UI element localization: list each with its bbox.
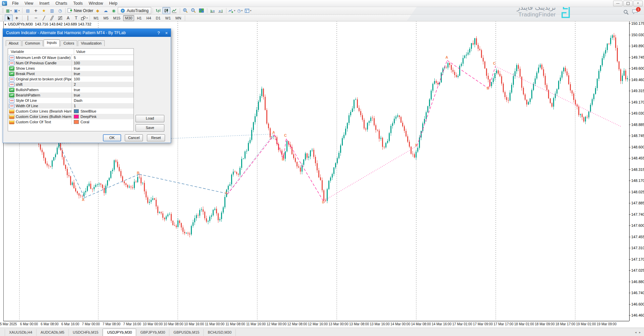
tab-scroll-right-icon[interactable]: ▸ [639,331,641,334]
fibonacci-icon[interactable] [56,14,64,21]
autotrading-button[interactable]: AutoTrading [118,7,151,14]
trendline-icon[interactable]: ╱ [40,14,48,21]
tab-inputs[interactable]: Inputs [44,40,60,47]
input-row[interactable]: Custom Color Of TextCoral [8,119,133,125]
dialog-help-button[interactable]: ? [157,30,160,36]
text-icon[interactable]: A [64,14,72,21]
restore-button[interactable] [623,1,633,6]
tab-visualization[interactable]: Visualization [78,40,105,46]
chart-tab-gbpjpyb-m30[interactable]: GBPJPYb,M30 [136,329,169,336]
cursor-icon[interactable] [5,14,13,21]
inputs-table: Variable Value 123Minimum Lenth Of Wave … [8,48,134,131]
menu-help[interactable]: Help [106,0,120,6]
crosshair-icon[interactable]: + [13,14,21,21]
menu-window[interactable]: Window [86,0,106,6]
tab-scroll-left-icon[interactable]: ◂ [635,331,637,334]
input-row[interactable]: 123Num Of Previous Candle100 [8,60,133,66]
menu-tools[interactable]: Tools [70,0,86,6]
input-row[interactable]: 123Minimum Lenth Of Wave (candle)5 [8,55,133,60]
input-value: true [71,87,133,92]
bars-chart-icon[interactable] [154,7,162,14]
templates-icon[interactable]: ▾ [244,7,252,14]
tile-windows-icon [199,8,204,13]
dialog-close-button[interactable]: × [165,30,168,36]
timeframe-w1[interactable]: W1 [163,15,173,21]
input-row[interactable]: BullishPatterntrue [8,87,133,92]
metaeditor-icon[interactable]: ◆ [94,7,102,14]
ok-button[interactable]: OK [103,134,121,141]
input-row[interactable]: Show Linestrue [8,66,133,71]
chart-tab-gbpusdb-m15[interactable]: GBPUSDb,M15 [169,329,204,336]
chart-tab-usdjpyb-m30[interactable]: USDJPYb,M30 [103,329,136,336]
tab-colors[interactable]: Colors [60,40,77,46]
vertical-line-icon[interactable]: │ [24,14,32,21]
menu-insert[interactable]: Insert [36,0,52,6]
menu-file[interactable]: File [9,0,21,6]
chart-shift-icon[interactable] [217,7,225,14]
price-tick: 150.175 [631,21,644,25]
timeframe-h4[interactable]: H4 [144,15,153,21]
data-window-icon[interactable]: + [32,7,40,14]
channel-icon[interactable]: ╱╱ [48,14,56,21]
reset-button[interactable]: Reset [147,134,165,141]
timeframe-m30[interactable]: M30 [123,15,134,21]
timeframe-mn[interactable]: MN [173,15,183,21]
horizontal-line-icon[interactable]: ─ [32,14,40,21]
candlestick-chart-icon[interactable] [162,7,170,14]
line-chart-icon[interactable] [170,7,178,14]
timeframe-m5[interactable]: M5 [101,15,110,21]
tile-windows-icon[interactable] [198,7,206,14]
zoom-out-icon[interactable] [190,7,198,14]
input-row[interactable]: 123Style Of LineDash [8,98,133,103]
input-row[interactable]: Custom Color Lines (Bearish Harmonic)Ste… [8,109,133,114]
input-row[interactable]: 123Width Of Line1 [8,103,133,109]
input-row[interactable]: Custom Color Lines (Bullish Harmonic)Dee… [8,114,133,119]
time-tick: 10 Mar 00:00 [143,322,163,326]
shapes-icon[interactable]: ▾ [80,14,88,21]
price-tick: 147.600 [631,223,644,227]
menu-view[interactable]: View [21,0,36,6]
chart-tab-bchusd-m30[interactable]: BCHUSD,M30 [204,329,236,336]
input-row[interactable]: 123shift2 [8,82,133,87]
minimize-button[interactable]: — [613,1,623,6]
input-row[interactable]: 123Original pivot to broken pivot (Pipet… [8,76,133,82]
zoom-in-icon[interactable] [181,7,190,14]
close-button[interactable]: × [633,1,643,6]
publish-chart-icon[interactable]: ☁ [102,7,110,14]
symbol-dropdown-icon[interactable]: ▼ [4,23,7,26]
signals-icon[interactable]: ◉ [110,7,118,14]
load-button[interactable]: Load [136,115,164,122]
periods-icon[interactable]: ◷▾ [236,7,244,14]
auto-scroll-icon[interactable] [209,7,217,14]
menu-charts[interactable]: Charts [52,0,70,6]
new-order-button[interactable]: New Order [67,7,94,14]
fibonacci-icon [58,16,63,20]
chart-tab-xauusdb-h4[interactable]: XAUUSDb,H4 [5,329,37,336]
profiles-icon[interactable]: ▣▾ [13,7,21,14]
tab-about[interactable]: About [6,40,21,46]
input-row[interactable]: Break Pivottrue [8,71,133,76]
new-chart-icon[interactable]: ▦▾ [5,7,13,14]
price-tick: 146.460 [631,313,644,317]
save-button[interactable]: Save [136,124,164,132]
indicators-icon[interactable]: ▾ [228,7,236,14]
timeframe-h1[interactable]: H1 [135,15,144,21]
dialog-title-bar[interactable]: Custom Indicator - Alternate Bat Harmoni… [3,29,171,37]
search-icon[interactable] [623,9,629,15]
timeframe-d1[interactable]: D1 [154,15,163,21]
chart-tab-audcadb-m5[interactable]: AUDCADb,M5 [37,329,69,336]
strategy-tester-icon[interactable]: ◷ [56,7,64,14]
tab-common[interactable]: Common [22,40,43,46]
market-watch-icon[interactable]: ▤ [24,7,32,14]
input-row[interactable]: BearishPatterntrue [8,92,133,98]
terminal-icon[interactable]: ▥ [48,7,56,14]
chart-tab-usdchfb-m15[interactable]: USDCHFb,M15 [69,329,103,336]
input-value-text: true [74,88,80,92]
text-label-icon[interactable]: T [72,14,80,21]
navigator-icon[interactable]: ★ [40,7,48,14]
cancel-button[interactable]: Cancel [125,134,143,141]
timeframe-m1[interactable]: M1 [92,15,101,21]
toolbar-grip [2,8,4,13]
timeframe-m15[interactable]: M15 [111,15,122,21]
notifications[interactable]: 1 [632,9,638,15]
